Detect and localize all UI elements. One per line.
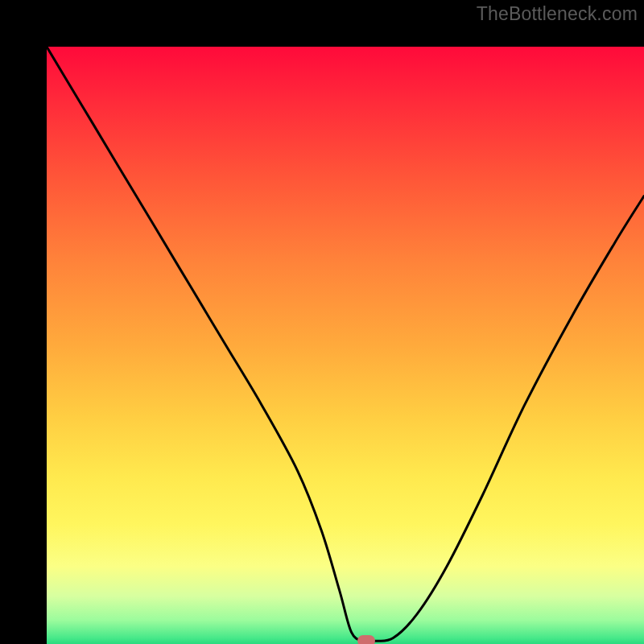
bottleneck-curve [47,47,644,644]
optimum-marker [357,635,375,644]
chart-plot-area [47,47,644,644]
chart-frame [0,0,644,644]
watermark-text: TheBottleneck.com [477,3,638,25]
